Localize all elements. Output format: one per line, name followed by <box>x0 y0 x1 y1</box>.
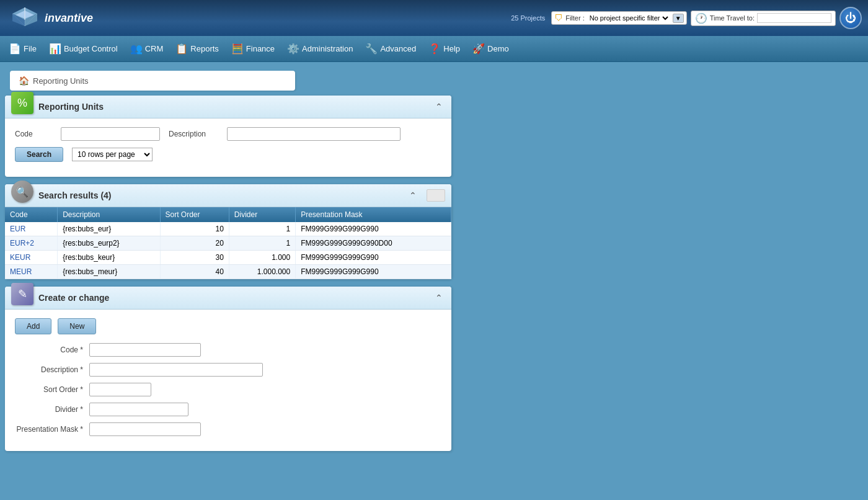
cell-description: {res:bubs_keur} <box>58 251 160 265</box>
nav-item-budget-control[interactable]: 📊 Budget Control <box>43 40 124 57</box>
cell-description: {res:bubs_eurp2} <box>58 236 160 251</box>
filter-select[interactable]: No project specific filter <box>587 14 670 22</box>
table-row: MEUR {res:bubs_meur} 40 1.000.000 FM999G… <box>5 265 451 279</box>
projects-count: 25 Projects <box>511 14 545 22</box>
cell-divider: 1.000 <box>229 251 295 265</box>
search-section-panel: % Reporting Units ⌃ Code Description Sea… <box>5 96 451 177</box>
navbar: 📄 File 📊 Budget Control 👥 CRM 📋 Reports … <box>0 36 868 62</box>
nav-item-administration[interactable]: ⚙️ Administration <box>281 40 359 57</box>
col-header-divider: Divider <box>229 207 295 222</box>
new-button[interactable]: New <box>58 318 96 334</box>
cell-code: KEUR <box>5 251 58 265</box>
col-header-code: Code <box>5 207 58 222</box>
budget-control-nav-icon: 📊 <box>49 43 61 55</box>
reports-nav-icon: 📋 <box>175 43 188 55</box>
nav-item-finance[interactable]: 🧮 Finance <box>225 40 281 57</box>
nav-label-advanced: Advanced <box>380 44 416 53</box>
results-section-collapse-button[interactable]: ⌃ <box>407 189 419 202</box>
timetravel-box: 🕐 Time Travel to: <box>691 11 836 26</box>
code-label: Code <box>15 130 52 138</box>
search-action-row: Search 10 rows per page 25 rows per page… <box>15 147 441 162</box>
cell-code: EUR <box>5 222 58 236</box>
rows-per-page-select[interactable]: 10 rows per page 25 rows per page 50 row… <box>72 148 153 161</box>
demo-nav-icon: 🚀 <box>472 43 485 55</box>
table-row: EUR {res:bubs_eur} 10 1 FM999G999G999G99… <box>5 222 451 236</box>
create-code-row: Code * <box>15 343 441 357</box>
nav-item-demo[interactable]: 🚀 Demo <box>466 40 515 57</box>
home-icon[interactable]: 🏠 <box>19 76 29 86</box>
nav-item-crm[interactable]: 👥 CRM <box>124 40 170 57</box>
results-section-panel: 🔍 Search results (4) ⌃ Code Description … <box>5 184 451 279</box>
administration-nav-icon: ⚙️ <box>287 43 299 55</box>
create-code-label: Code * <box>15 346 89 354</box>
create-section-collapse-button[interactable]: ⌃ <box>433 292 445 304</box>
create-presentation-mask-label: Presentation Mask * <box>15 425 89 434</box>
filter-label: Filter : <box>565 14 585 22</box>
search-section-title: Reporting Units <box>38 102 428 112</box>
cell-sort-order: 10 <box>160 222 229 236</box>
create-sort-order-label: Sort Order * <box>15 385 89 394</box>
code-link[interactable]: MEUR <box>10 267 32 276</box>
create-description-input[interactable] <box>89 363 263 377</box>
breadcrumb: 🏠 Reporting Units <box>10 71 295 91</box>
logo-icon <box>6 4 43 32</box>
rows-per-page-selector[interactable]: 10 rows per page 25 rows per page 50 row… <box>72 148 153 161</box>
col-header-sort-order: Sort Order <box>160 207 229 222</box>
nav-item-file[interactable]: 📄 File <box>2 40 43 57</box>
search-button[interactable]: Search <box>15 147 63 162</box>
search-form-row: Code Description <box>15 127 441 141</box>
timetravel-input[interactable] <box>757 13 831 23</box>
nav-label-finance: Finance <box>246 44 275 53</box>
create-sort-order-input[interactable] <box>89 383 151 396</box>
code-input[interactable] <box>61 127 160 141</box>
cell-divider: 1 <box>229 236 295 251</box>
filter-dropdown-button[interactable]: ▼ <box>673 14 684 23</box>
breadcrumb-label: Reporting Units <box>33 76 89 86</box>
create-icon: ✎ <box>11 283 33 305</box>
nav-label-administration: Administration <box>302 44 353 53</box>
description-input[interactable] <box>227 127 401 141</box>
nav-item-reports[interactable]: 📋 Reports <box>169 40 225 57</box>
logo-area: invantive <box>6 4 93 32</box>
power-button[interactable]: ⏻ <box>839 7 862 29</box>
table-row: EUR+2 {res:bubs_eurp2} 20 1 FM999G999G99… <box>5 236 451 251</box>
create-divider-input[interactable] <box>89 403 188 416</box>
create-section-body: Add New Code * Description * Sort Order … <box>5 310 451 451</box>
cell-description: {res:bubs_meur} <box>58 265 160 279</box>
create-presentation-mask-row: Presentation Mask * <box>15 422 441 436</box>
code-link[interactable]: EUR+2 <box>10 239 34 248</box>
code-link[interactable]: KEUR <box>10 253 30 262</box>
topbar: invantive 25 Projects ⛉ Filter : No proj… <box>0 0 868 36</box>
nav-label-budget-control: Budget Control <box>64 44 118 53</box>
top-right-controls: 25 Projects ⛉ Filter : No project specif… <box>511 7 862 29</box>
timetravel-label: Time Travel to: <box>710 14 755 22</box>
create-presentation-mask-input[interactable] <box>89 422 201 436</box>
cell-presentation-mask: FM999G999G999G990 <box>296 222 451 236</box>
create-code-input[interactable] <box>89 343 201 357</box>
finance-nav-icon: 🧮 <box>231 43 244 55</box>
reporting-units-icon: % <box>11 92 33 114</box>
create-section-header: ✎ Create or change ⌃ <box>5 287 451 310</box>
nav-label-file: File <box>24 44 37 53</box>
nav-item-advanced[interactable]: 🔧 Advanced <box>359 40 422 57</box>
timetravel-icon: 🕐 <box>695 12 707 24</box>
create-divider-label: Divider * <box>15 405 89 414</box>
cell-sort-order: 30 <box>160 251 229 265</box>
table-row: KEUR {res:bubs_keur} 30 1.000 FM999G999G… <box>5 251 451 265</box>
search-section-header: % Reporting Units ⌃ <box>5 96 451 118</box>
advanced-nav-icon: 🔧 <box>365 43 378 55</box>
add-button[interactable]: Add <box>15 318 51 334</box>
nav-label-demo: Demo <box>487 44 509 53</box>
cell-code: EUR+2 <box>5 236 58 251</box>
search-section-collapse-button[interactable]: ⌃ <box>433 100 445 113</box>
search-results-icon: 🔍 <box>11 181 33 203</box>
filter-box[interactable]: ⛉ Filter : No project specific filter ▼ <box>551 11 686 25</box>
nav-label-crm: CRM <box>145 44 164 53</box>
code-link[interactable]: EUR <box>10 225 25 233</box>
cell-divider: 1 <box>229 222 295 236</box>
create-description-label: Description * <box>15 365 89 374</box>
nav-item-help[interactable]: ❓ Help <box>422 40 466 57</box>
results-table: Code Description Sort Order Divider Pres… <box>5 207 451 279</box>
create-divider-row: Divider * <box>15 403 441 416</box>
create-description-row: Description * <box>15 363 441 377</box>
